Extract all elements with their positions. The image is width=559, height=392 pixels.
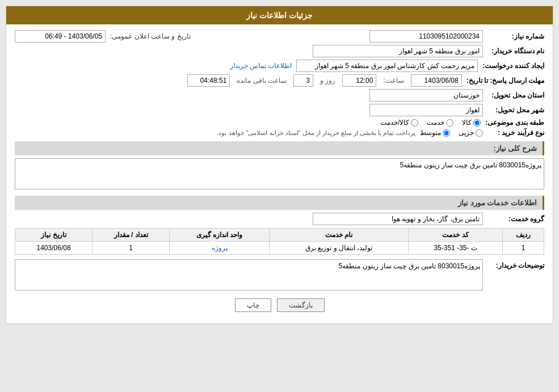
cell-row-num: 1 (503, 242, 544, 255)
category-khedmat-label: خدمت (427, 119, 444, 127)
deadline-time-label: ساعت: (383, 77, 404, 85)
need-description-section-title: شرح کلی نیاز: (15, 141, 544, 155)
category-kala-khedmat-radio[interactable] (411, 119, 418, 127)
date-input[interactable] (15, 30, 106, 43)
services-section-title: اطلاعات خدمات مورد نیاز (15, 196, 544, 210)
row-city: شهر محل تحویل: (15, 104, 544, 116)
buyer-station-label: نام دستگاه خریدار: (487, 47, 544, 55)
creator-input[interactable] (296, 60, 478, 72)
cell-quantity: 1 (93, 242, 170, 255)
row-province: استان محل تحویل: (15, 89, 544, 102)
city-input[interactable] (369, 104, 483, 116)
contact-link[interactable]: اطلاعات تماس خریدار (230, 62, 292, 70)
creator-label: ایجاد کننده درخواست: (482, 62, 544, 70)
date-label: تاریخ و ساعت اعلان عمومی: (110, 32, 191, 40)
main-container: جزئیات اطلاعات نیاز شماره نیاز: تاریخ و … (6, 6, 553, 324)
deadline-day-label: روز و (320, 77, 335, 85)
button-row: بازگشت چاپ (15, 293, 544, 318)
service-group-input[interactable] (313, 213, 483, 225)
row-need-number: شماره نیاز: تاریخ و ساعت اعلان عمومی: (15, 30, 544, 43)
back-button[interactable]: بازگشت (277, 298, 325, 312)
category-radio-group: کالا خدمت کالا/خدمت (380, 119, 481, 127)
table-row: 1 ت -35- 351-35 تولید، انتقال و توزیع بر… (15, 242, 544, 255)
row-service-group: گروه خدمت: (15, 213, 544, 225)
need-number-input[interactable] (369, 30, 483, 43)
purchase-motavasset-label: متوسط (420, 129, 441, 137)
deadline-remaining-input[interactable] (187, 74, 230, 87)
purchase-motavasset-radio[interactable] (443, 129, 450, 137)
purchase-jozvi: جزیی (459, 129, 483, 137)
category-kala-khedmat-label: کالا/خدمت (380, 119, 409, 127)
col-date: تاریخ نیاز (15, 229, 93, 242)
category-kala-khedmat: کالا/خدمت (380, 119, 418, 127)
print-button[interactable]: چاپ (235, 298, 271, 312)
row-creator: ایجاد کننده درخواست: اطلاعات تماس خریدار (15, 60, 544, 72)
deadline-days-input[interactable] (293, 74, 313, 87)
page-content: شماره نیاز: تاریخ و ساعت اعلان عمومی: نا… (6, 24, 553, 323)
col-service-name: نام خدمت (270, 229, 409, 242)
buyer-description-textarea[interactable]: پروژه8030015 تامین برق چیت ساز زیتون منط… (15, 259, 483, 290)
category-khedmat: خدمت (427, 119, 453, 127)
category-kala-label: کالا (462, 119, 472, 127)
city-label: شهر محل تحویل: (487, 106, 544, 114)
row-category: طبقه بندی موضوعی: کالا خدمت کالا/خدمت (15, 119, 544, 127)
need-number-label: شماره نیاز: (487, 32, 544, 40)
purchase-jozvi-label: جزیی (459, 129, 474, 137)
purchase-motavasset: متوسط (420, 129, 450, 137)
buyer-description-label: توضیحات خریدار: (487, 259, 544, 269)
deadline-date-input[interactable] (411, 74, 462, 87)
row-purchase-type: نوع فرآیند خرید : جزیی متوسط پرداخت تمام… (15, 129, 544, 137)
deadline-label: مهلت ارسال پاسخ: تا تاریخ: (466, 77, 544, 85)
province-label: استان محل تحویل: (487, 91, 544, 99)
category-khedmat-radio[interactable] (446, 119, 453, 127)
row-deadline: مهلت ارسال پاسخ: تا تاریخ: ساعت: روز و س… (15, 74, 544, 87)
col-quantity: تعداد / مقدار (93, 229, 170, 242)
need-description-textarea[interactable]: پروژه8030015 تامین برق چیت ساز زیتون منط… (15, 158, 544, 189)
col-unit: واحد اندازه گیری (170, 229, 270, 242)
purchase-type-label: نوع فرآیند خرید : (487, 129, 544, 137)
row-buyer-station: نام دستگاه خریدار: (15, 45, 544, 57)
cell-service-name: تولید، انتقال و توزیع برق (270, 242, 409, 255)
col-service-code: کد خدمت (408, 229, 503, 242)
category-kala-radio[interactable] (473, 119, 481, 127)
category-label: طبقه بندی موضوعی: (485, 119, 544, 127)
deadline-remaining-label: ساعت باقی مانده (237, 77, 287, 85)
cell-unit: پروژه (170, 242, 270, 255)
cell-date: 1403/06/08 (15, 242, 93, 255)
page-title: جزئیات اطلاعات نیاز (246, 11, 313, 20)
province-input[interactable] (369, 89, 483, 102)
service-group-label: گروه خدمت: (487, 215, 544, 223)
cell-service-code: ت -35- 351-35 (408, 242, 503, 255)
page-header: جزئیات اطلاعات نیاز (6, 6, 553, 24)
purchase-radio-group: جزیی متوسط (420, 129, 483, 137)
purchase-note: پرداخت تمام یا بخشی از مبلغ خریدار از مح… (217, 129, 415, 137)
purchase-jozvi-radio[interactable] (476, 129, 483, 137)
col-row-num: ردیف (503, 229, 544, 242)
category-kala: کالا (462, 119, 481, 127)
need-description-wrapper: پروژه8030015 تامین برق چیت ساز زیتون منط… (15, 158, 544, 191)
row-buyer-description: توضیحات خریدار: پروژه8030015 تامین برق چ… (15, 259, 544, 290)
services-table: ردیف کد خدمت نام خدمت واحد اندازه گیری ت… (15, 228, 544, 255)
deadline-time-input[interactable] (342, 74, 376, 87)
buyer-station-input[interactable] (313, 45, 483, 57)
